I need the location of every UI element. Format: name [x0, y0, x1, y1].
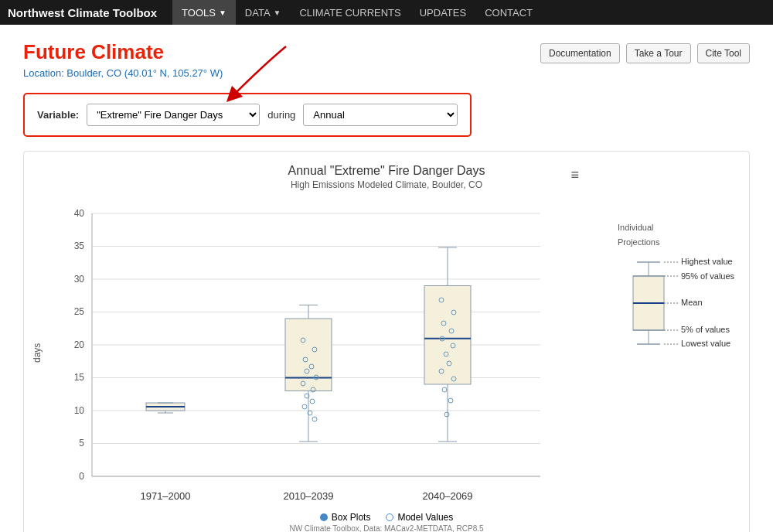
svg-text:20: 20 [74, 339, 85, 350]
tools-caret: ▼ [219, 9, 226, 17]
y-axis-label: days [32, 237, 43, 469]
svg-text:Mean: Mean [681, 298, 703, 307]
svg-point-43 [312, 417, 317, 421]
nav-item-tools[interactable]: TOOLS ▼ [172, 0, 236, 25]
svg-text:5% of values: 5% of values [681, 325, 730, 334]
period-select[interactable]: Annual [303, 104, 458, 126]
page-location: Location: Boulder, CO (40.01° N, 105.27°… [23, 67, 223, 79]
page-header: Future Climate Location: Boulder, CO (40… [23, 40, 750, 79]
cite-tool-button[interactable]: Cite Tool [697, 43, 750, 63]
chart-container: Annual "Extreme" Fire Danger Days High E… [23, 151, 750, 532]
legend-model-values: Model Values [386, 512, 453, 523]
chart-svg: 40 35 30 25 20 15 10 5 0 [46, 198, 571, 507]
svg-text:2010–2039: 2010–2039 [283, 490, 333, 502]
svg-point-61 [442, 387, 447, 392]
svg-text:Lowest value: Lowest value [681, 339, 730, 348]
chart-plot-area: 40 35 30 25 20 15 10 5 0 [46, 198, 741, 507]
chart-menu-icon[interactable]: ≡ [570, 167, 579, 183]
header-buttons: Documentation Take a Tour Cite Tool [540, 43, 750, 63]
svg-text:5: 5 [79, 438, 84, 448]
legend-diagram-svg: Highest value 95% of values Mean 5% of v… [618, 253, 741, 353]
page-title: Future Climate [23, 40, 223, 64]
svg-text:25: 25 [74, 306, 85, 317]
chart-title: Annual "Extreme" Fire Danger Days [32, 164, 741, 178]
legend-box-plots: Box Plots [320, 512, 371, 523]
nav-item-contact[interactable]: CONTACT [475, 0, 542, 25]
svg-text:40: 40 [74, 208, 85, 219]
chart-subtitle: High Emissions Modeled Climate, Boulder,… [32, 179, 741, 190]
navbar: Northwest Climate Toolbox TOOLS ▼ DATA ▼… [0, 0, 773, 25]
svg-text:95% of values: 95% of values [681, 271, 735, 281]
svg-point-41 [302, 404, 307, 409]
chart-area: days 40 [32, 198, 741, 507]
nav-item-data[interactable]: DATA ▼ [236, 0, 291, 25]
svg-text:2040–2069: 2040–2069 [422, 490, 472, 502]
model-values-label: Model Values [397, 512, 453, 523]
svg-rect-25 [285, 319, 332, 391]
chart-source: NW Climate Toolbox, Data: MACav2-METDATA… [32, 524, 741, 532]
take-a-tour-button[interactable]: Take a Tour [626, 43, 691, 63]
nav-item-updates[interactable]: UPDATES [410, 0, 475, 25]
documentation-button[interactable]: Documentation [540, 43, 620, 63]
svg-text:Highest value: Highest value [681, 257, 733, 266]
svg-text:1971–2000: 1971–2000 [140, 490, 190, 502]
model-values-icon [386, 513, 393, 521]
legend-projections-label: Projections [618, 236, 741, 249]
chart-bottom-legend: Box Plots Model Values [32, 512, 741, 523]
nav-item-climate-currents[interactable]: CLIMATE CURRENTS [290, 0, 410, 25]
main-content: Future Climate Location: Boulder, CO (40… [0, 25, 773, 532]
nav-brand[interactable]: Northwest Climate Toolbox [8, 6, 157, 19]
svg-rect-45 [424, 286, 471, 385]
svg-text:30: 30 [74, 274, 85, 285]
svg-point-63 [444, 412, 449, 417]
during-label: during [267, 109, 295, 121]
chart-right-legend: Individual Projections [618, 221, 741, 357]
svg-text:10: 10 [74, 405, 85, 416]
variable-label: Variable: [37, 109, 79, 121]
box-plots-icon [320, 513, 328, 521]
svg-point-62 [448, 398, 453, 403]
variable-section: Variable: "Extreme" Fire Danger Days dur… [23, 93, 472, 137]
legend-individual-label: Individual [618, 221, 741, 234]
svg-text:15: 15 [74, 372, 85, 383]
nav-items: TOOLS ▼ DATA ▼ CLIMATE CURRENTS UPDATES … [172, 0, 542, 25]
data-caret: ▼ [274, 9, 281, 17]
box-plots-label: Box Plots [332, 512, 371, 523]
variable-select[interactable]: "Extreme" Fire Danger Days [87, 104, 260, 126]
title-section: Future Climate Location: Boulder, CO (40… [23, 40, 223, 79]
svg-text:0: 0 [79, 471, 84, 482]
svg-text:35: 35 [74, 240, 85, 251]
svg-point-40 [310, 399, 315, 404]
